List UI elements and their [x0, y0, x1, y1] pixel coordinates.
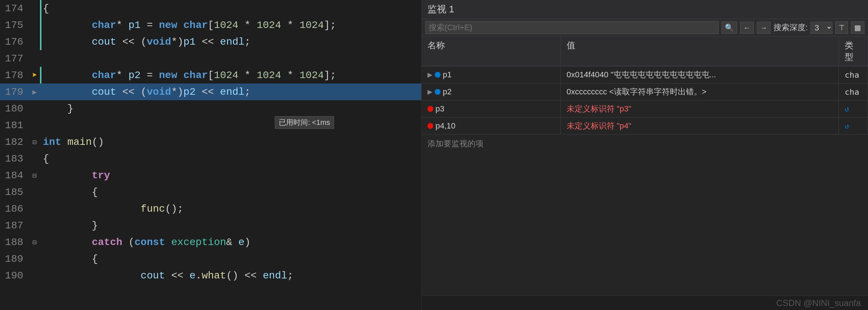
- gutter-184: ⊟: [29, 171, 40, 180]
- line-content-189: {: [40, 253, 421, 265]
- line-number-182: 182: [0, 136, 29, 148]
- watch-add-row[interactable]: 添加要监视的项: [422, 135, 868, 153]
- line-content-174: {: [40, 3, 421, 14]
- gutter-182: ⊟: [29, 138, 40, 147]
- main-container: 174 { 175 char* p1 = new char[1024 * 102…: [0, 0, 868, 310]
- code-line-185: 185 {: [0, 184, 421, 200]
- watch-icon-blue-p2: [435, 89, 441, 95]
- search-button[interactable]: 🔍: [722, 21, 737, 34]
- collapse-icon-179[interactable]: ▶: [32, 87, 37, 97]
- code-line-181: 181: [0, 117, 421, 134]
- watch-row-p2[interactable]: ▶ p2 0xcccccccc <读取字符串字符时出错。> cha: [422, 83, 868, 101]
- watch-cell-value-p4: 未定义标识符 "p4": [561, 118, 839, 134]
- watch-cell-name-p1: ▶ p1: [422, 66, 561, 83]
- line-content-175: char* p1 = new char[1024 * 1024 * 1024];: [40, 20, 421, 31]
- line-number-189: 189: [0, 253, 29, 265]
- watch-title: 监视 1: [427, 4, 454, 15]
- code-line-186: 186 func();: [0, 200, 421, 217]
- line-number-176: 176: [0, 36, 29, 48]
- watch-row-p3[interactable]: p3 未定义标识符 "p3" ↺: [422, 101, 868, 118]
- code-line-184: 184 ⊟ try: [0, 167, 421, 184]
- code-editor-panel: 174 { 175 char* p1 = new char[1024 * 102…: [0, 0, 422, 310]
- nav-back-button[interactable]: ←: [740, 22, 754, 34]
- line-number-175: 175: [0, 20, 29, 31]
- expand-arrow-p1[interactable]: ▶: [427, 71, 433, 79]
- line-content-185: {: [40, 187, 421, 198]
- nav-forward-button[interactable]: →: [757, 22, 771, 34]
- filter-button[interactable]: ⊤: [835, 21, 848, 34]
- watch-icon-blue-p1: [435, 72, 441, 78]
- code-line-177: 177: [0, 50, 421, 67]
- line-content-183: {: [40, 153, 421, 164]
- arrow-indicator: ➤: [32, 70, 37, 81]
- line-content-190: cout << e.what() << endl;: [40, 270, 421, 281]
- code-line-178: 178 ➤ char* p2 = new char[1024 * 1024 * …: [0, 67, 421, 83]
- gutter-178: ➤: [29, 70, 40, 81]
- watch-icon-red-p4: [427, 123, 433, 129]
- line-content-178: char* p2 = new char[1024 * 1024 * 1024];: [40, 70, 421, 81]
- line-content-187: }: [40, 220, 421, 231]
- watch-cell-name-p3: p3: [422, 101, 561, 117]
- code-line-175: 175 char* p1 = new char[1024 * 1024 * 10…: [0, 17, 421, 33]
- code-line-176: 176 cout << (void*)p1 << endl;: [0, 33, 421, 50]
- watch-cell-value-p1: 0x014f4040 "屯屯屯屯屯屯屯屯屯屯屯屯...: [561, 66, 839, 83]
- code-area: 174 { 175 char* p1 = new char[1024 * 102…: [0, 0, 421, 284]
- line-number-190: 190: [0, 270, 29, 281]
- line-content-188: catch (const exception& e): [40, 237, 421, 248]
- line-number-186: 186: [0, 203, 29, 215]
- line-content-186: func();: [40, 203, 421, 215]
- watch-icon-red-p3: [427, 106, 433, 112]
- watch-cell-name-p2: ▶ p2: [422, 83, 561, 100]
- watch-header-name: 名称: [422, 37, 561, 66]
- watch-row-p1[interactable]: ▶ p1 0x014f4040 "屯屯屯屯屯屯屯屯屯屯屯屯... cha: [422, 66, 868, 83]
- watch-row-p4[interactable]: p4,10 未定义标识符 "p4" ↺: [422, 118, 868, 135]
- line-content-184: try: [40, 170, 421, 181]
- line-number-177: 177: [0, 53, 29, 64]
- collapse-icon-182[interactable]: ⊟: [32, 138, 37, 147]
- right-panel: 监视 1 🔍 ← → 搜索深度: 3 1 2 4 5 ⊤ ▦ 名称 值: [422, 0, 868, 310]
- code-line-190: 190 cout << e.what() << endl;: [0, 267, 421, 284]
- watch-header-value: 值: [561, 37, 839, 66]
- line-number-187: 187: [0, 220, 29, 231]
- view-button[interactable]: ▦: [851, 21, 864, 34]
- code-line-189: 189 {: [0, 250, 421, 267]
- code-line-188: 188 ⊟ catch (const exception& e): [0, 234, 421, 250]
- watch-title-bar: 监视 1: [422, 0, 868, 19]
- watch-search-bar: 🔍 ← → 搜索深度: 3 1 2 4 5 ⊤ ▦: [422, 19, 868, 37]
- watch-cell-type-p2: cha: [839, 83, 868, 100]
- watch-table: 名称 值 类型 ▶ p1 0x014f4040 "屯屯屯屯屯屯屯屯屯屯屯屯...…: [422, 37, 868, 295]
- line-number-185: 185: [0, 187, 29, 198]
- code-line-187: 187 }: [0, 217, 421, 234]
- watch-search-input[interactable]: [425, 21, 719, 34]
- collapse-icon-184[interactable]: ⊟: [32, 171, 37, 180]
- code-line-174: 174 {: [0, 0, 421, 17]
- collapse-icon-188[interactable]: ⊟: [32, 238, 37, 247]
- watch-header-type: 类型: [839, 37, 868, 66]
- code-line-182: 182 ⊟ int main(): [0, 134, 421, 150]
- line-number-184: 184: [0, 170, 29, 181]
- gutter-188: ⊟: [29, 238, 40, 247]
- refresh-icon-p4[interactable]: ↺: [845, 122, 849, 130]
- line-number-180: 180: [0, 103, 29, 114]
- watch-cell-type-p3: ↺: [839, 101, 868, 117]
- line-number-174: 174: [0, 3, 29, 14]
- line-content-179: cout << (void*)p2 << endl;: [40, 86, 421, 98]
- line-number-178: 178: [0, 70, 29, 81]
- watch-cell-type-p4: ↺: [839, 118, 868, 134]
- code-line-180: 180 }: [0, 100, 421, 117]
- watch-cell-name-p4: p4,10: [422, 118, 561, 134]
- line-content-182: int main(): [40, 136, 421, 148]
- refresh-icon-p3[interactable]: ↺: [845, 105, 849, 113]
- line-number-188: 188: [0, 237, 29, 248]
- line-number-181: 181: [0, 120, 29, 131]
- depth-label: 搜索深度:: [773, 22, 808, 33]
- watermark: CSDN @NINI_suanfa: [776, 298, 861, 308]
- line-content-176: cout << (void*)p1 << endl;: [40, 36, 421, 48]
- expand-arrow-p2[interactable]: ▶: [427, 88, 433, 96]
- watch-cell-value-p3: 未定义标识符 "p3": [561, 101, 839, 117]
- code-line-179: 179 ▶ cout << (void*)p2 << endl;: [0, 83, 421, 100]
- watch-cell-value-p2: 0xcccccccc <读取字符串字符时出错。>: [561, 83, 839, 100]
- depth-select[interactable]: 3 1 2 4 5: [811, 22, 832, 34]
- gutter-179: ▶: [29, 87, 40, 97]
- code-line-183: 183 {: [0, 150, 421, 167]
